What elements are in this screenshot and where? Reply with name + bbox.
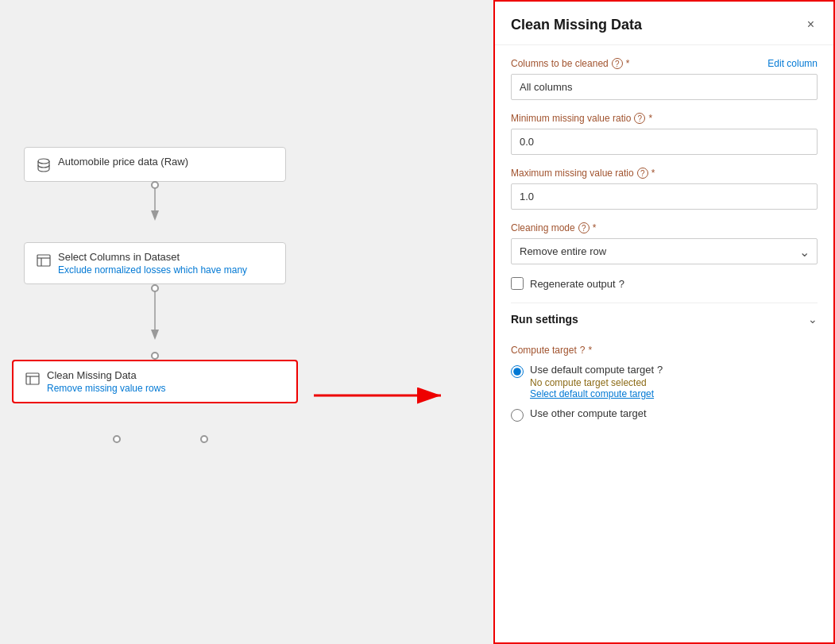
columns-label-text: Columns to be cleaned — [511, 58, 609, 69]
max-ratio-required-star: * — [651, 168, 655, 179]
use-other-radio-option: Use other compute target — [511, 407, 818, 422]
svg-rect-7 — [37, 255, 50, 266]
node-automobile-title: Automobile price data (Raw) — [58, 156, 188, 168]
node-automobile-content: Automobile price data (Raw) — [58, 156, 188, 168]
use-default-info-icon[interactable]: ? — [657, 364, 663, 376]
compute-label-text: Compute target — [511, 345, 577, 356]
database-icon — [36, 157, 52, 173]
columns-input[interactable] — [511, 74, 818, 100]
select-table-icon — [36, 253, 52, 268]
node-select-title: Select Columns in Dataset — [58, 251, 247, 263]
max-ratio-label-text: Maximum missing value ratio — [511, 168, 634, 179]
min-ratio-required-star: * — [648, 113, 652, 124]
node-select-content: Select Columns in Dataset Exclude normal… — [58, 251, 247, 276]
min-ratio-input[interactable] — [511, 129, 818, 155]
connector-clean-top — [151, 352, 159, 360]
use-default-radio-text: Use default compute target ? No compute … — [530, 364, 663, 399]
max-ratio-label: Maximum missing value ratio ? * — [511, 168, 818, 179]
connector-select-bottom — [151, 284, 159, 292]
svg-point-6 — [38, 159, 49, 164]
run-settings-section: Run settings ⌄ — [511, 303, 818, 335]
min-ratio-info-icon[interactable]: ? — [634, 113, 645, 124]
node-automobile[interactable]: Automobile price data (Raw) — [24, 147, 286, 182]
node-select-columns[interactable]: Select Columns in Dataset Exclude normal… — [24, 242, 286, 284]
use-default-radio-option: Use default compute target ? No compute … — [511, 364, 818, 399]
compute-required-star: * — [588, 345, 592, 356]
min-ratio-field-group: Minimum missing value ratio ? * — [511, 113, 818, 155]
clean-table-icon — [25, 371, 41, 387]
columns-info-icon[interactable]: ? — [612, 58, 623, 69]
close-button[interactable]: × — [804, 14, 818, 35]
use-other-label-text: Use other compute target — [530, 407, 647, 419]
properties-panel: Clean Missing Data × Columns to be clean… — [493, 0, 835, 644]
svg-marker-1 — [151, 210, 159, 221]
max-ratio-info-icon[interactable]: ? — [637, 168, 648, 179]
run-settings-title: Run settings — [511, 313, 578, 326]
cleaning-mode-info-icon[interactable]: ? — [578, 222, 590, 233]
pipeline-connections — [0, 0, 493, 644]
node-clean-content: Clean Missing Data Remove missing value … — [47, 369, 165, 394]
panel-header: Clean Missing Data × — [495, 2, 833, 45]
cleaning-mode-label: Cleaning mode ? * — [511, 222, 818, 233]
panel-body: Columns to be cleaned ? * Edit column Mi… — [495, 45, 833, 642]
compute-target-label: Compute target ? * — [511, 345, 818, 356]
max-ratio-field-group: Maximum missing value ratio ? * — [511, 168, 818, 210]
cleaning-mode-select[interactable]: Remove entire row Replace with mean Repl… — [511, 238, 818, 264]
cleaning-mode-label-text: Cleaning mode — [511, 222, 575, 233]
min-ratio-label: Minimum missing value ratio ? * — [511, 113, 818, 124]
svg-rect-10 — [26, 373, 39, 384]
connector-clean-bottom-right — [200, 435, 208, 443]
columns-required-star: * — [626, 58, 630, 69]
use-default-label[interactable]: Use default compute target ? — [530, 364, 663, 376]
node-clean-missing[interactable]: Clean Missing Data Remove missing value … — [12, 360, 298, 403]
panel-title: Clean Missing Data — [511, 17, 642, 33]
regenerate-info-icon[interactable]: ? — [619, 278, 624, 290]
node-clean-subtitle: Remove missing value rows — [47, 383, 165, 394]
use-other-label[interactable]: Use other compute target — [530, 407, 647, 419]
cleaning-mode-select-wrapper: Remove entire row Replace with mean Repl… — [511, 238, 818, 264]
min-ratio-label-text: Minimum missing value ratio — [511, 113, 631, 124]
use-other-radio[interactable] — [511, 409, 524, 422]
connector-clean-bottom-left — [113, 435, 121, 443]
columns-field-group: Columns to be cleaned ? * Edit column — [511, 58, 818, 100]
regenerate-checkbox[interactable] — [511, 277, 524, 290]
node-clean-title: Clean Missing Data — [47, 369, 165, 381]
use-default-radio[interactable] — [511, 365, 524, 378]
select-default-link[interactable]: Select default compute target — [530, 388, 663, 399]
node-select-subtitle: Exclude normalized losses which have man… — [58, 264, 247, 276]
regenerate-label-text: Regenerate output — [530, 278, 616, 290]
max-ratio-input[interactable] — [511, 183, 818, 210]
compute-info-icon[interactable]: ? — [580, 345, 586, 356]
cleaning-mode-field-group: Cleaning mode ? * Remove entire row Repl… — [511, 222, 818, 264]
regenerate-label[interactable]: Regenerate output ? — [530, 278, 624, 290]
cleaning-mode-required-star: * — [593, 222, 597, 233]
regenerate-checkbox-row: Regenerate output ? — [511, 277, 818, 290]
pipeline-canvas: Automobile price data (Raw) Select Colum… — [0, 0, 493, 644]
connector-auto-bottom — [151, 181, 159, 189]
use-default-label-text: Use default compute target — [530, 364, 654, 376]
run-settings-chevron-icon[interactable]: ⌄ — [808, 313, 818, 326]
no-target-warning: No compute target selected — [530, 377, 663, 388]
svg-marker-3 — [151, 330, 159, 340]
columns-field-label: Columns to be cleaned ? * Edit column — [511, 58, 818, 69]
edit-column-link[interactable]: Edit column — [767, 58, 818, 69]
